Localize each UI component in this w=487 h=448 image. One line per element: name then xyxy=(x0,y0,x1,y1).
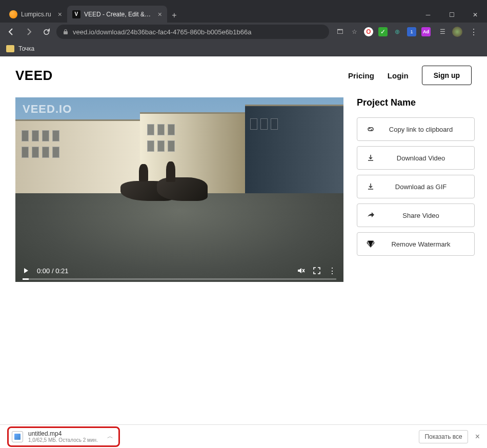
extension-icons: 🗔 ☆ O ✓ ⊕ 1 Ad ☰ ⋮ xyxy=(332,27,483,37)
mute-button[interactable] xyxy=(296,266,306,275)
bookmark-item[interactable]: Точка xyxy=(18,45,34,52)
back-button[interactable] xyxy=(4,25,18,39)
share-video-button[interactable]: Share Video xyxy=(357,203,475,227)
file-icon xyxy=(12,431,23,442)
browser-tab-0[interactable]: Lumpics.ru × xyxy=(4,6,67,23)
site-header: VEED Pricing Login Sign up xyxy=(0,56,487,97)
share-icon xyxy=(366,212,376,219)
reading-list-icon[interactable]: ☰ xyxy=(438,27,447,36)
action-label: Copy link to clipboard xyxy=(376,126,466,133)
favicon-veed: V xyxy=(72,10,80,18)
side-panel: Project Name Copy link to clipboard Down… xyxy=(357,97,475,282)
copy-link-button[interactable]: Copy link to clipboard xyxy=(357,117,475,141)
star-icon[interactable]: ☆ xyxy=(350,27,359,36)
show-all-downloads-button[interactable]: Показать все xyxy=(419,430,468,443)
chevron-up-icon[interactable]: ︿ xyxy=(107,432,113,441)
close-tab-icon[interactable]: × xyxy=(58,10,62,18)
diamond-icon xyxy=(366,240,376,248)
signup-button[interactable]: Sign up xyxy=(422,66,472,85)
window-controls: ─ ☐ ✕ xyxy=(416,7,487,23)
close-download-bar-button[interactable]: × xyxy=(475,432,480,441)
ext-globe-icon[interactable]: ⊕ xyxy=(393,27,402,36)
url-input[interactable]: veed.io/download/24b36bac-fac4-4765-860b… xyxy=(56,25,329,39)
profile-avatar[interactable] xyxy=(452,27,462,37)
maximize-button[interactable]: ☐ xyxy=(440,7,463,23)
action-label: Remove Watermark xyxy=(376,240,466,248)
bookmarks-bar: Точка xyxy=(0,41,487,56)
lock-icon xyxy=(63,29,69,35)
tab-title: Lumpics.ru xyxy=(21,11,51,18)
download-icon xyxy=(366,154,376,161)
ext-check-icon[interactable]: ✓ xyxy=(378,27,388,36)
download-video-button[interactable]: Download Video xyxy=(357,146,475,170)
forward-button[interactable] xyxy=(22,25,36,39)
project-name-heading: Project Name xyxy=(357,97,475,108)
download-icon xyxy=(366,183,376,190)
tab-title: VEED - Create, Edit & Share Vide xyxy=(84,11,151,18)
bookmark-folder-icon xyxy=(6,45,14,52)
reload-button[interactable] xyxy=(39,25,53,39)
svg-rect-0 xyxy=(64,31,68,34)
translate-icon[interactable]: 🗔 xyxy=(335,27,344,36)
address-bar: veed.io/download/24b36bac-fac4-4765-860b… xyxy=(0,23,487,41)
link-icon xyxy=(366,125,376,133)
tab-strip: Lumpics.ru × V VEED - Create, Edit & Sha… xyxy=(0,0,181,23)
page-content: VEED Pricing Login Sign up xyxy=(0,56,487,282)
nav-pricing[interactable]: Pricing xyxy=(348,71,374,80)
url-text: veed.io/download/24b36bac-fac4-4765-860b… xyxy=(73,28,251,36)
video-time: 0:00 / 0:21 xyxy=(37,267,68,275)
download-filename: untitled.mp4 xyxy=(28,430,98,437)
download-meta: 1,0/62,5 МБ. Осталось 2 мин. xyxy=(28,437,98,443)
play-button[interactable] xyxy=(23,267,30,274)
video-watermark: VEED.IO xyxy=(23,103,72,116)
browser-tab-1[interactable]: V VEED - Create, Edit & Share Vide × xyxy=(67,6,167,23)
download-item[interactable]: untitled.mp4 1,0/62,5 МБ. Осталось 2 мин… xyxy=(7,426,120,447)
close-tab-icon[interactable]: × xyxy=(158,10,162,18)
ext-cube-icon[interactable]: 1 xyxy=(407,27,416,36)
action-label: Download Video xyxy=(376,154,466,162)
window-titlebar: Lumpics.ru × V VEED - Create, Edit & Sha… xyxy=(0,0,487,23)
action-label: Download as GIF xyxy=(376,183,466,191)
close-window-button[interactable]: ✕ xyxy=(463,7,487,23)
remove-watermark-button[interactable]: Remove Watermark xyxy=(357,232,475,256)
nav-login[interactable]: Login xyxy=(388,71,409,80)
favicon-lumpics xyxy=(9,10,17,18)
new-tab-button[interactable]: + xyxy=(167,8,181,23)
veed-logo[interactable]: VEED xyxy=(15,68,53,84)
minimize-button[interactable]: ─ xyxy=(416,7,440,23)
fullscreen-button[interactable] xyxy=(313,267,321,275)
ext-opera-icon[interactable]: O xyxy=(364,27,373,36)
video-player[interactable]: VEED.IO 0:00 / 0:21 ⋮ xyxy=(15,97,343,282)
download-bar: untitled.mp4 1,0/62,5 МБ. Осталось 2 мин… xyxy=(0,424,487,448)
action-label: Share Video xyxy=(376,212,466,219)
ext-ad-icon[interactable]: Ad xyxy=(421,27,431,36)
video-frame xyxy=(15,97,343,282)
browser-menu-button[interactable]: ⋮ xyxy=(468,27,480,37)
video-progress[interactable] xyxy=(23,278,336,280)
video-menu-button[interactable]: ⋮ xyxy=(328,266,336,276)
download-gif-button[interactable]: Download as GIF xyxy=(357,175,475,198)
